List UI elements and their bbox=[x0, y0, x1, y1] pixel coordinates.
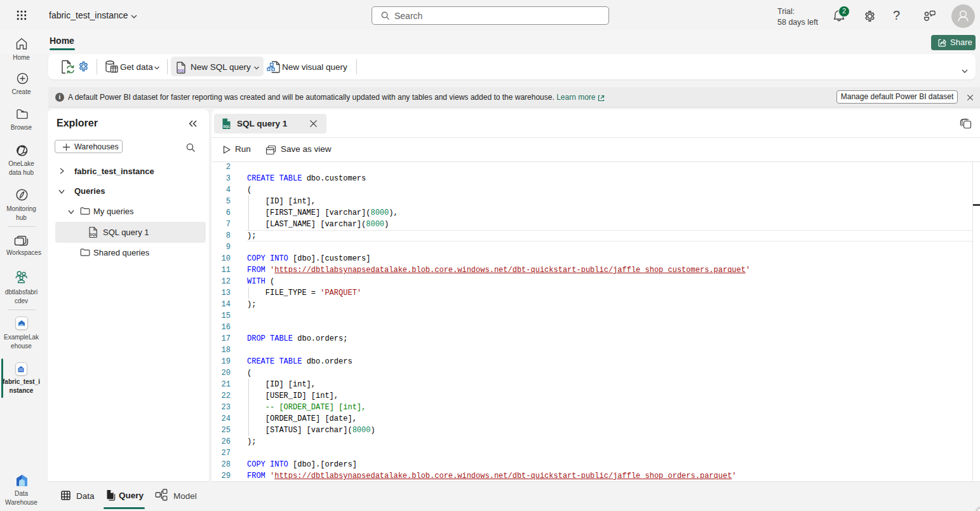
svg-text:SQL: SQL bbox=[223, 125, 231, 128]
svg-text:SQL: SQL bbox=[90, 233, 98, 236]
svg-text:SQL: SQL bbox=[178, 69, 186, 72]
